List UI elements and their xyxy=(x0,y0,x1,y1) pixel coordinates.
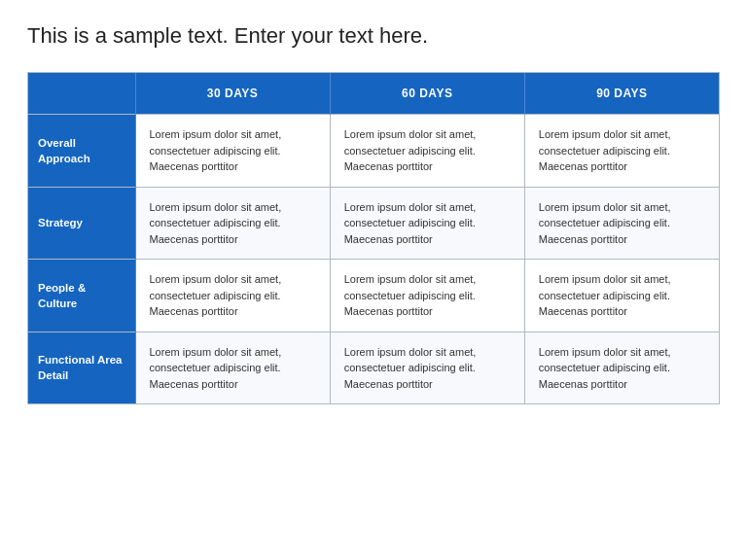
main-table: 30 DAYS 60 DAYS 90 DAYS Overall Approach… xyxy=(28,73,719,403)
table-row: People & CultureLorem ipsum dolor sit am… xyxy=(28,260,719,332)
table-body: Overall ApproachLorem ipsum dolor sit am… xyxy=(28,115,719,404)
row-label-1: Strategy xyxy=(28,187,135,260)
page-title: This is a sample text. Enter your text h… xyxy=(27,23,720,49)
row-3-col-2: Lorem ipsum dolor sit amet, consectetuer… xyxy=(330,332,524,403)
row-0-col-2: Lorem ipsum dolor sit amet, consectetuer… xyxy=(330,115,524,188)
header-30-days: 30 DAYS xyxy=(135,73,330,115)
main-table-wrapper: 30 DAYS 60 DAYS 90 DAYS Overall Approach… xyxy=(27,72,720,404)
row-0-col-1: Lorem ipsum dolor sit amet, consectetuer… xyxy=(135,115,330,188)
table-row: StrategyLorem ipsum dolor sit amet, cons… xyxy=(28,187,719,260)
row-2-col-3: Lorem ipsum dolor sit amet, consectetuer… xyxy=(524,260,719,332)
page-container: This is a sample text. Enter your text h… xyxy=(0,0,747,560)
table-row: Functional Area DetailLorem ipsum dolor … xyxy=(28,332,719,403)
row-2-col-1: Lorem ipsum dolor sit amet, consectetuer… xyxy=(135,260,330,332)
row-label-3: Functional Area Detail xyxy=(28,332,135,403)
row-1-col-1: Lorem ipsum dolor sit amet, consectetuer… xyxy=(135,187,330,260)
row-1-col-2: Lorem ipsum dolor sit amet, consectetuer… xyxy=(330,187,524,260)
row-label-2: People & Culture xyxy=(28,260,135,332)
row-2-col-2: Lorem ipsum dolor sit amet, consectetuer… xyxy=(330,260,524,332)
table-row: Overall ApproachLorem ipsum dolor sit am… xyxy=(28,115,719,188)
row-0-col-3: Lorem ipsum dolor sit amet, consectetuer… xyxy=(524,115,719,188)
header-90-days: 90 DAYS xyxy=(524,73,719,115)
header-60-days: 60 DAYS xyxy=(330,73,524,115)
header-empty-cell xyxy=(28,73,135,115)
row-3-col-3: Lorem ipsum dolor sit amet, consectetuer… xyxy=(524,332,719,403)
row-3-col-1: Lorem ipsum dolor sit amet, consectetuer… xyxy=(135,332,330,403)
row-label-0: Overall Approach xyxy=(28,115,135,188)
row-1-col-3: Lorem ipsum dolor sit amet, consectetuer… xyxy=(524,187,719,260)
table-header-row: 30 DAYS 60 DAYS 90 DAYS xyxy=(28,73,719,115)
